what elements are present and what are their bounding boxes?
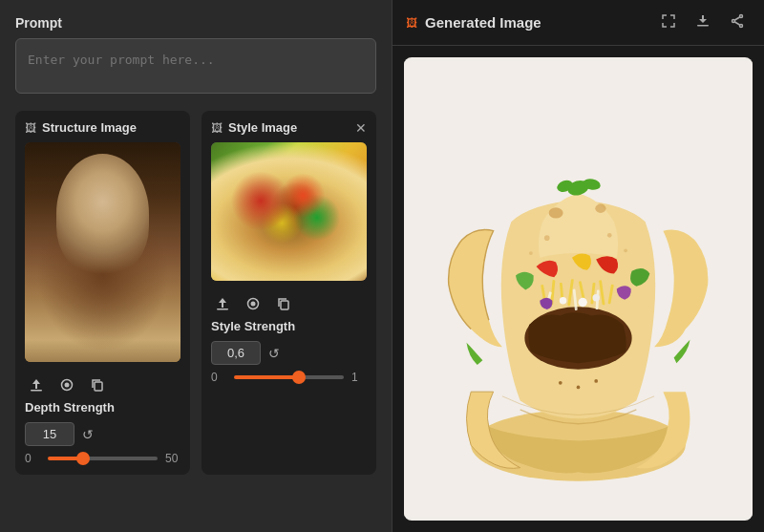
style-strength-input[interactable] (211, 341, 261, 365)
images-row: 🖼 Structure Image (15, 111, 376, 475)
structure-image-header: 🖼 Structure Image (25, 120, 180, 135)
svg-point-11 (740, 25, 743, 28)
svg-rect-7 (281, 301, 288, 309)
expand-button[interactable] (655, 10, 682, 35)
svg-point-42 (577, 386, 581, 390)
food-svg (404, 57, 753, 521)
prompt-section: Prompt (15, 15, 376, 97)
structure-image-box: 🖼 Structure Image (15, 111, 190, 475)
svg-point-40 (559, 381, 562, 385)
style-reset-icon[interactable]: ↺ (268, 346, 280, 361)
mona-lisa-image (25, 142, 180, 362)
svg-point-36 (544, 235, 550, 241)
svg-point-5 (251, 302, 256, 307)
svg-rect-8 (697, 25, 709, 27)
svg-point-28 (579, 298, 587, 307)
style-image-close-button[interactable]: ✕ (355, 121, 367, 135)
svg-point-38 (529, 251, 533, 255)
structure-image-title: Structure Image (42, 120, 137, 135)
svg-point-37 (607, 233, 612, 238)
depth-slider-max: 50 (165, 452, 180, 465)
style-copy-button[interactable] (272, 292, 295, 315)
structure-settings-button[interactable] (55, 373, 78, 396)
svg-rect-0 (31, 390, 42, 392)
style-slider-max: 1 (351, 371, 367, 384)
generated-image-area (393, 46, 764, 532)
depth-slider-min: 0 (25, 452, 40, 465)
prompt-input[interactable] (15, 38, 376, 94)
structure-image-preview (25, 142, 180, 362)
download-button[interactable] (690, 10, 716, 35)
svg-rect-3 (95, 382, 102, 391)
style-strength-label: Style Strength (211, 319, 367, 333)
style-image-preview (211, 142, 367, 281)
structure-image-actions (25, 370, 180, 396)
structure-copy-button[interactable] (86, 373, 109, 396)
depth-strength-input-row: ↺ (25, 422, 180, 446)
style-image-header: 🖼 Style Image ✕ (211, 120, 367, 135)
share-button[interactable] (724, 10, 751, 35)
generated-image-icon: 🖼 (406, 16, 417, 30)
taco-image (211, 142, 367, 281)
style-image-icon: 🖼 (211, 121, 223, 135)
style-strength-slider[interactable] (234, 375, 344, 379)
depth-strength-input[interactable] (25, 422, 74, 446)
svg-line-13 (735, 22, 740, 25)
svg-point-41 (594, 379, 598, 383)
svg-line-12 (735, 17, 740, 20)
style-image-actions (211, 288, 367, 315)
style-image-box: 🖼 Style Image ✕ (202, 111, 376, 475)
depth-strength-slider[interactable] (48, 457, 158, 460)
depth-slider-row: 0 50 (25, 452, 180, 465)
generated-header: 🖼 Generated Image (393, 0, 764, 46)
style-slider-min: 0 (211, 371, 226, 384)
generated-title: Generated Image (425, 14, 647, 31)
depth-reset-icon[interactable]: ↺ (82, 427, 94, 442)
svg-rect-4 (217, 309, 228, 310)
right-panel: 🖼 Generated Image (392, 0, 764, 532)
structure-upload-button[interactable] (25, 373, 48, 396)
svg-point-10 (732, 20, 735, 23)
style-settings-button[interactable] (242, 292, 265, 315)
depth-strength-section: Depth Strength ↺ 0 50 (25, 400, 180, 465)
prompt-label: Prompt (15, 15, 376, 31)
structure-image-icon: 🖼 (25, 121, 36, 135)
svg-point-39 (624, 248, 627, 252)
style-upload-button[interactable] (211, 292, 234, 315)
style-image-title: Style Image (228, 120, 297, 135)
svg-point-9 (740, 15, 743, 18)
style-strength-section: Style Strength ↺ 0 1 (211, 319, 367, 384)
depth-strength-label: Depth Strength (25, 400, 180, 415)
svg-point-1 (65, 383, 70, 388)
svg-point-32 (595, 204, 605, 213)
style-slider-row: 0 1 (211, 371, 367, 384)
svg-point-30 (560, 297, 566, 304)
svg-point-31 (549, 207, 563, 218)
left-panel: Prompt 🖼 Structure Image (0, 0, 392, 532)
generated-food-image (404, 57, 753, 521)
style-strength-input-row: ↺ (211, 341, 367, 365)
svg-point-29 (592, 294, 599, 301)
